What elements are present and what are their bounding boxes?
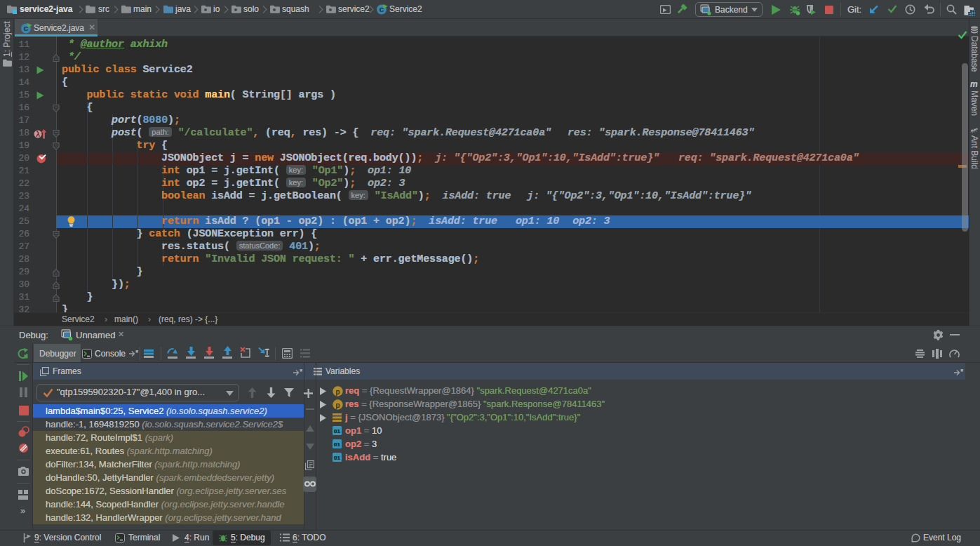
svg-text:01: 01 — [334, 428, 340, 434]
svg-text:p: p — [336, 388, 340, 396]
svg-text:p: p — [336, 401, 340, 409]
svg-text:01: 01 — [334, 441, 340, 448]
svg-text:01: 01 — [334, 455, 340, 461]
